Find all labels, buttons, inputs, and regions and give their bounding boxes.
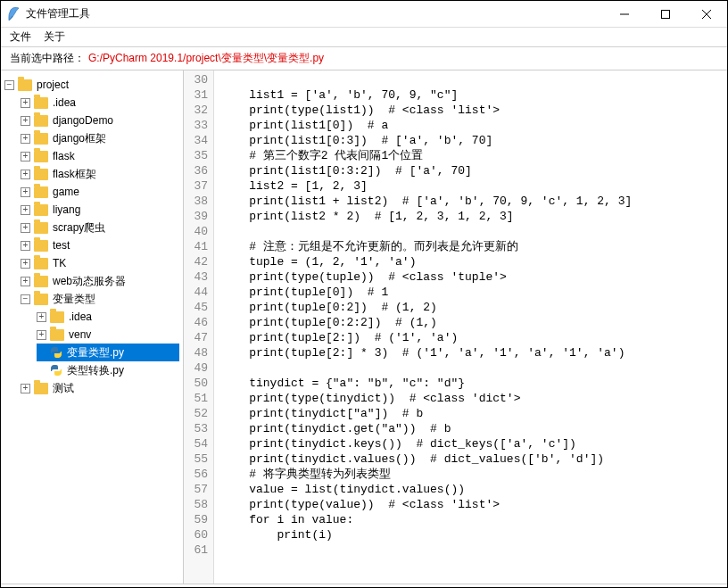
menu-bar: 文件 关于 (1, 28, 727, 47)
tree-toggle[interactable]: + (21, 259, 30, 269)
folder-icon (34, 186, 48, 198)
tree-toggle[interactable]: + (21, 134, 30, 144)
tree-toggle[interactable]: + (21, 241, 30, 251)
menu-file[interactable]: 文件 (10, 29, 31, 45)
tree-item[interactable]: +测试 (21, 379, 179, 397)
tree-toggle[interactable]: − (4, 80, 14, 90)
tree-item[interactable]: +TK (21, 254, 179, 272)
window-controls (604, 1, 727, 27)
main-split: −project+.idea+djangoDemo+django框架+flask… (1, 70, 727, 584)
svg-rect-1 (662, 10, 670, 18)
tree-item-label: .idea (69, 311, 92, 323)
tree-item-label: 测试 (53, 381, 74, 396)
file-tree[interactable]: −project+.idea+djangoDemo+django框架+flask… (1, 70, 184, 584)
tree-toggle[interactable]: + (21, 187, 30, 197)
tree-item-label: project (37, 79, 69, 91)
tree-toggle[interactable]: + (37, 330, 46, 340)
folder-icon (34, 240, 48, 252)
tree-item[interactable]: +.idea (37, 308, 179, 326)
tree-item[interactable]: −变量类型 (21, 290, 179, 308)
tree-item[interactable]: 变量类型.py (37, 344, 179, 361)
path-label: 当前选中路径： (10, 51, 85, 66)
tree-toggle[interactable]: + (21, 277, 30, 286)
app-icon (6, 7, 21, 21)
tree-item[interactable]: +djangoDemo (21, 112, 179, 129)
tree-toggle[interactable]: + (21, 98, 30, 108)
tree-item-label: scrapy爬虫 (53, 220, 105, 236)
tree-item[interactable]: +game (21, 183, 179, 201)
tree-toggle[interactable]: + (21, 205, 30, 215)
tree-item[interactable]: +web动态服务器 (21, 272, 179, 290)
folder-icon (34, 115, 48, 127)
folder-icon (34, 169, 48, 180)
tree-toggle[interactable]: + (21, 384, 30, 393)
folder-icon (18, 79, 32, 91)
tree-item-label: django框架 (53, 131, 106, 146)
current-path: G:/PyCharm 2019.1/project\变量类型\变量类型.py (88, 51, 324, 66)
folder-icon (34, 294, 48, 305)
tree-item-label: test (53, 239, 70, 252)
folder-icon (34, 133, 48, 145)
tree-item-label: 变量类型 (53, 292, 95, 307)
folder-icon (34, 258, 48, 269)
menu-about[interactable]: 关于 (44, 29, 65, 45)
tree-item-label: venv (69, 328, 91, 341)
tree-item[interactable]: +scrapy爬虫 (21, 219, 179, 236)
folder-icon (34, 97, 48, 109)
tree-item[interactable]: +django框架 (21, 129, 179, 147)
minimize-button[interactable] (604, 1, 645, 27)
tree-toggle[interactable]: − (21, 294, 30, 304)
tree-toggle[interactable]: + (21, 223, 30, 233)
folder-icon (34, 222, 48, 234)
tree-item-label: flask (53, 150, 75, 162)
tree-item-label: game (53, 186, 79, 198)
folder-icon (34, 276, 48, 287)
tree-toggle[interactable]: + (21, 116, 30, 126)
code-content[interactable]: list1 = ['a', 'b', 70, 9, "c"] print(typ… (214, 70, 727, 584)
tree-item[interactable]: +venv (37, 326, 179, 344)
folder-icon (50, 329, 64, 341)
tree-item-label: TK (53, 257, 66, 269)
maximize-button[interactable] (645, 1, 686, 27)
folder-icon (50, 311, 64, 323)
tree-toggle[interactable]: + (37, 312, 46, 322)
bottom-border (1, 584, 727, 587)
tree-item[interactable]: +test (21, 236, 179, 254)
folder-icon (34, 383, 48, 394)
tree-item[interactable]: +flask框架 (21, 165, 179, 183)
folder-icon (34, 204, 48, 216)
tree-item-label: djangoDemo (53, 114, 113, 127)
tree-item[interactable]: +flask (21, 147, 179, 165)
tree-item-label: .idea (53, 96, 76, 109)
line-gutter: 30 31 32 33 34 35 36 37 38 39 40 41 42 4… (184, 70, 214, 584)
tree-item-label: 类型转换.py (67, 363, 124, 378)
code-viewer: 30 31 32 33 34 35 36 37 38 39 40 41 42 4… (184, 70, 727, 584)
tree-item[interactable]: +liyang (21, 201, 179, 219)
tree-item[interactable]: 类型转换.py (37, 361, 179, 379)
tree-item[interactable]: +.idea (21, 94, 179, 112)
path-bar: 当前选中路径： G:/PyCharm 2019.1/project\变量类型\变… (1, 47, 727, 70)
title-bar: 文件管理工具 (1, 1, 727, 28)
python-icon (50, 346, 62, 359)
close-button[interactable] (686, 1, 727, 27)
python-icon (50, 364, 62, 377)
tree-item-label: web动态服务器 (53, 274, 126, 289)
tree-toggle[interactable]: + (21, 170, 30, 179)
tree-item-label: liyang (53, 203, 80, 216)
tree-root-item[interactable]: −project (4, 76, 179, 94)
tree-toggle[interactable]: + (21, 152, 30, 161)
tree-item-label: 变量类型.py (67, 345, 124, 360)
window-title: 文件管理工具 (26, 6, 604, 21)
folder-icon (34, 151, 48, 162)
tree-item-label: flask框架 (53, 167, 96, 182)
